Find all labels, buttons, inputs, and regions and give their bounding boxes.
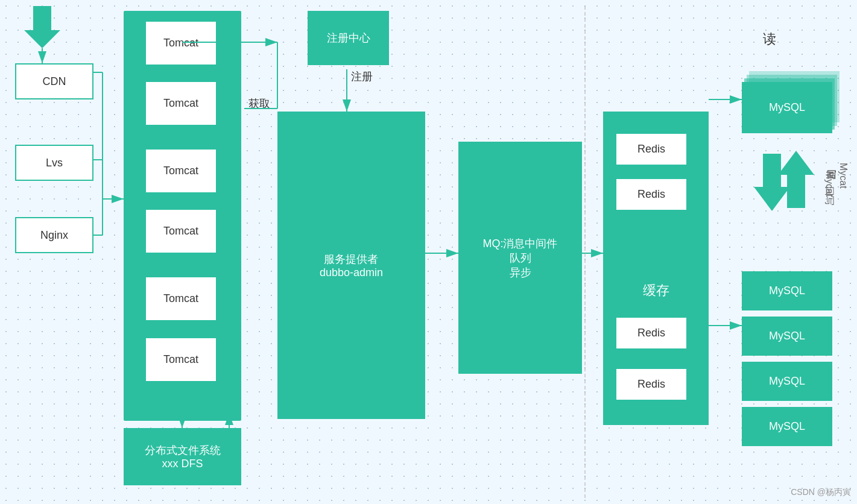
top-arrow	[24, 6, 60, 48]
get-label: 获取	[248, 96, 270, 111]
redis-box-3: Redis	[615, 317, 688, 350]
redis-2-label: Redis	[637, 188, 665, 201]
mysql-1-label: MySQL	[769, 285, 805, 297]
dfs-label: 分布式文件系统 xxx DFS	[145, 443, 221, 470]
mysql-3-label: MySQL	[769, 375, 805, 388]
redis-1-label: Redis	[637, 143, 665, 156]
mysql-top-box: MySQL	[742, 82, 832, 133]
cdn-label: CDN	[43, 75, 66, 88]
diagram-container: CDN Lvs Nginx Tomcat Tomcat Tomcat Tomca…	[0, 0, 857, 504]
tomcat-box-5: Tomcat	[145, 276, 217, 321]
tomcat-box-1: Tomcat	[145, 20, 217, 66]
read-label: 读	[763, 30, 776, 48]
cache-label: 缓存	[643, 282, 669, 300]
tomcat-1-label: Tomcat	[163, 37, 198, 49]
registry-label: 注册中心	[327, 31, 370, 45]
nginx-box: Nginx	[15, 217, 93, 253]
register-label: 注册	[351, 69, 373, 84]
svg-marker-22	[754, 154, 790, 211]
tomcat-5-label: Tomcat	[163, 292, 198, 305]
svg-text:回写: 回写	[824, 186, 835, 206]
tomcat-box-4: Tomcat	[145, 209, 217, 254]
watermark: CSDN @杨丙寅	[791, 487, 851, 498]
tomcat-3-label: Tomcat	[163, 165, 198, 177]
tomcat-box-6: Tomcat	[145, 337, 217, 382]
tomcat-6-label: Tomcat	[163, 353, 198, 366]
registry-box: 注册中心	[308, 11, 389, 65]
lvs-label: Lvs	[46, 157, 63, 169]
tomcat-4-label: Tomcat	[163, 225, 198, 238]
redis-box-4: Redis	[615, 368, 688, 401]
cdn-box: CDN	[15, 63, 93, 99]
redis-box-1: Redis	[615, 133, 688, 166]
nginx-label: Nginx	[40, 229, 68, 242]
mysql-4-label: MySQL	[769, 420, 805, 433]
mysql-box-3: MySQL	[742, 362, 832, 401]
redis-4-label: Redis	[637, 378, 665, 391]
mysql-box-4: MySQL	[742, 407, 832, 446]
tomcat-box-3: Tomcat	[145, 148, 217, 194]
mysql-box-1: MySQL	[742, 271, 832, 310]
tomcat-box-2: Tomcat	[145, 81, 217, 126]
mysql-2-label: MySQL	[769, 330, 805, 342]
redis-3-label: Redis	[637, 327, 665, 339]
mq-box: MQ:消息中间件 队列 异步	[458, 142, 582, 374]
tomcat-2-label: Tomcat	[163, 97, 198, 110]
lvs-box: Lvs	[15, 145, 93, 181]
service-provider-label: 服务提供者 dubbo-admin	[320, 252, 383, 279]
mysql-box-2: MySQL	[742, 317, 832, 356]
redis-box-2: Redis	[615, 178, 688, 211]
svg-marker-23	[778, 151, 814, 208]
mq-label: MQ:消息中间件 队列 异步	[483, 236, 558, 280]
mysql-top-label: MySQL	[769, 101, 805, 114]
service-provider-box: 服务提供者 dubbo-admin	[277, 112, 425, 419]
mycat-arrows: Mycat 回写	[742, 151, 838, 229]
dfs-box: 分布式文件系统 xxx DFS	[124, 428, 241, 485]
